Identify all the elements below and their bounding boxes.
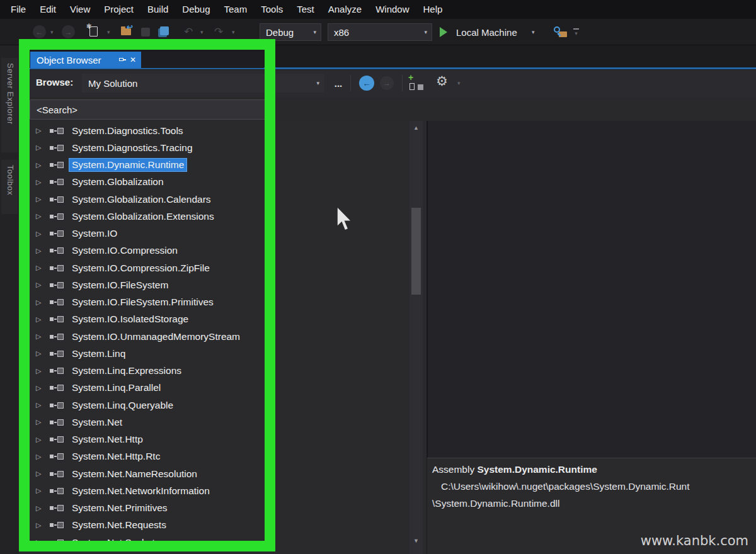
tree-row[interactable]: ▷ System.IO.IsolatedStorage — [19, 311, 410, 328]
expander-icon[interactable]: ▷ — [36, 178, 43, 186]
pin-icon[interactable] — [118, 56, 126, 64]
expander-icon[interactable]: ▷ — [36, 315, 43, 324]
run-target-label[interactable]: Local Machine — [456, 27, 517, 38]
tree-row[interactable]: ▷ System.Linq.Expressions — [19, 363, 410, 380]
tree-row[interactable]: ▷ System.Net.NetworkInformation — [19, 482, 410, 499]
expander-icon[interactable]: ▷ — [36, 349, 43, 358]
expander-icon[interactable]: ▷ — [36, 264, 43, 272]
edit-custom-component-set-button[interactable]: ... — [330, 74, 346, 93]
save-all-icon[interactable] — [160, 26, 169, 35]
expander-icon[interactable]: ▷ — [36, 161, 43, 169]
assembly-name: System.Linq.Parallel — [69, 382, 163, 394]
start-debug-play-icon[interactable] — [440, 27, 447, 37]
expander-icon[interactable]: ▷ — [36, 298, 43, 307]
expander-icon[interactable]: ▷ — [36, 367, 43, 375]
search-input[interactable] — [30, 105, 268, 115]
open-file-icon[interactable]: ↩ — [121, 28, 131, 35]
menu-item[interactable]: Analyze — [321, 0, 369, 19]
add-to-references-icon[interactable]: + — [408, 75, 423, 91]
browser-forward-icon[interactable]: → — [380, 76, 394, 90]
new-project-chevron-icon[interactable]: ▾ — [107, 29, 110, 35]
expander-icon[interactable]: ▷ — [36, 144, 43, 152]
menu-item[interactable]: Build — [140, 0, 175, 19]
menu-item[interactable]: Edit — [33, 0, 63, 19]
navigate-back-icon[interactable]: ← — [33, 25, 46, 38]
expander-icon[interactable]: ▷ — [36, 212, 43, 220]
tree-row[interactable]: ▷ System.IO.UnmanagedMemoryStream — [19, 328, 410, 345]
tree-row[interactable]: ▷ System.Diagnostics.Tracing — [19, 139, 410, 156]
menu-item[interactable]: Tools — [254, 0, 290, 19]
menu-item[interactable]: View — [63, 0, 97, 19]
tree-row[interactable]: ▷ System.IO.FileSystem — [19, 276, 410, 293]
expander-icon[interactable]: ▷ — [36, 281, 43, 289]
tree-row[interactable]: ▷ System.Diagnostics.Tools — [19, 122, 410, 139]
save-icon[interactable] — [141, 28, 150, 37]
tree-row[interactable]: ▷ System.IO.Compression — [19, 242, 410, 259]
run-target-chevron-icon[interactable]: ▾ — [532, 29, 535, 35]
redo-icon[interactable]: ↷ — [214, 25, 223, 38]
server-explorer-tab[interactable]: Server Explorer — [1, 58, 18, 152]
solution-configuration-combo[interactable]: Debug ▾ — [260, 23, 321, 41]
menu-item[interactable]: Debug — [175, 0, 217, 19]
toolbox-tab[interactable]: Toolbox — [1, 160, 18, 214]
redo-chevron-icon[interactable]: ▾ — [232, 29, 235, 35]
tree-row[interactable]: ▷ System.Globalization.Calendars — [19, 191, 410, 208]
tree-row[interactable]: ▷ System.Net.Primitives — [19, 500, 410, 517]
solution-platform-combo[interactable]: x86 ▾ — [328, 23, 432, 41]
tree-row[interactable]: ▷ System.Linq — [19, 345, 410, 362]
tree-row[interactable]: ▷ System.Linq.Parallel — [19, 380, 410, 397]
scroll-down-icon[interactable]: ▼ — [410, 538, 423, 544]
menu-item[interactable]: Window — [369, 0, 416, 19]
tree-row[interactable]: ▷ System.Net.Http.Rtc — [19, 448, 410, 465]
expander-icon[interactable]: ▷ — [36, 401, 43, 409]
object-browser-settings-gear-icon[interactable]: ⚙ — [436, 74, 448, 89]
tree-scrollbar[interactable]: ▲ ▼ — [410, 121, 423, 554]
menu-item[interactable]: Help — [416, 0, 450, 19]
toolbar-overflow-icon[interactable]: ▾ — [573, 28, 579, 37]
expander-icon[interactable]: ▷ — [36, 247, 43, 255]
tree-row[interactable]: ▷ System.Linq.Queryable — [19, 397, 410, 414]
menu-item[interactable]: File — [4, 0, 33, 19]
object-browser-tab[interactable]: Object Browser ✕ — [30, 52, 141, 68]
tree-row[interactable]: ▷ System.Net.Requests — [19, 517, 410, 534]
navigate-back-chevron-icon[interactable]: ▾ — [50, 29, 54, 35]
menu-item[interactable]: Project — [97, 0, 140, 19]
tree-row[interactable]: ▷ System.Net.Http — [19, 431, 410, 448]
expander-icon[interactable]: ▷ — [36, 127, 43, 135]
menu-item[interactable]: Test — [290, 0, 321, 19]
expander-icon[interactable]: ▷ — [36, 538, 43, 546]
assembly-tree: ▷ System.Diagnostics.Tools ▷ System.Diag… — [19, 122, 410, 551]
tree-row[interactable]: ▷ System.Dynamic.Runtime — [19, 157, 410, 174]
expander-icon[interactable]: ▷ — [36, 453, 43, 461]
expander-icon[interactable]: ▷ — [36, 436, 43, 444]
expander-icon[interactable]: ▷ — [36, 384, 43, 392]
expander-icon[interactable]: ▷ — [36, 521, 43, 529]
undo-chevron-icon[interactable]: ▾ — [200, 29, 203, 35]
close-icon[interactable]: ✕ — [130, 55, 136, 64]
assembly-icon — [50, 179, 64, 185]
browser-back-icon[interactable]: ← — [359, 76, 374, 91]
scrollbar-thumb[interactable] — [411, 208, 421, 295]
tree-row[interactable]: ▷ System.IO.FileSystem.Primitives — [19, 294, 410, 311]
expander-icon[interactable]: ▷ — [36, 332, 43, 341]
new-project-icon[interactable]: ✻ — [89, 26, 98, 37]
tree-row[interactable]: ▷ System.Globalization — [19, 174, 410, 191]
assembly-icon — [50, 488, 64, 494]
navigate-forward-icon[interactable]: → — [62, 25, 75, 38]
tree-row[interactable]: ▷ System.Net.NameResolution — [19, 465, 410, 482]
expander-icon[interactable]: ▷ — [36, 418, 43, 426]
expander-icon[interactable]: ▷ — [36, 230, 43, 238]
expander-icon[interactable]: ▷ — [36, 504, 43, 512]
find-in-files-icon[interactable] — [553, 26, 567, 38]
tree-row[interactable]: ▷ System.Net.Sockets — [19, 534, 410, 551]
menu-item[interactable]: Team — [217, 0, 255, 19]
settings-chevron-icon[interactable]: ▾ — [457, 80, 461, 86]
tree-row[interactable]: ▷ System.IO.Compression.ZipFile — [19, 259, 410, 276]
expander-icon[interactable]: ▷ — [36, 487, 43, 495]
browse-scope-combo[interactable]: My Solution ▾ — [82, 74, 324, 93]
expander-icon[interactable]: ▷ — [36, 470, 43, 478]
undo-icon[interactable]: ↶ — [184, 25, 193, 38]
scroll-up-icon[interactable]: ▲ — [410, 125, 423, 131]
tree-row[interactable]: ▷ System.Net — [19, 414, 410, 431]
expander-icon[interactable]: ▷ — [36, 195, 43, 203]
